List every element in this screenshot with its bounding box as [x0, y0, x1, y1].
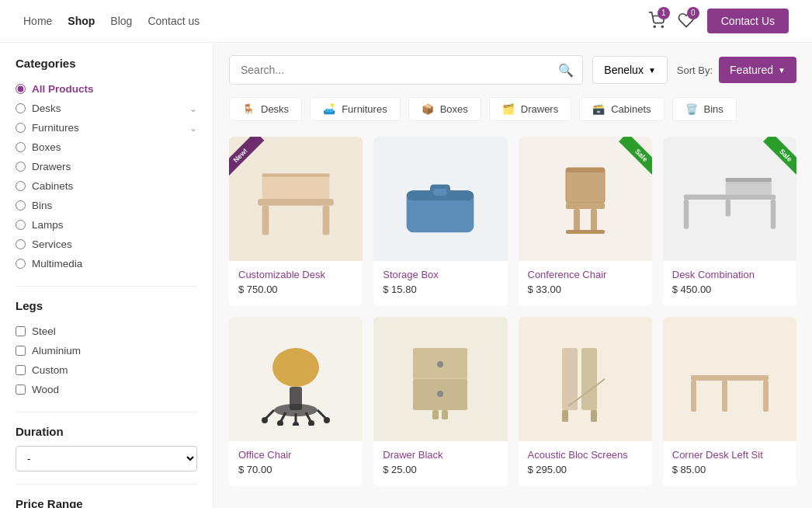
product-card[interactable]: Storage Box $ 15.80: [373, 137, 507, 306]
box-image: [390, 156, 491, 242]
new-badge: New!: [229, 137, 277, 185]
cat-desks[interactable]: Desks ⌄: [16, 99, 197, 118]
cat-services[interactable]: Services: [16, 235, 197, 254]
legs-title: Legs: [16, 299, 197, 312]
chip-drawers-icon: 🗂️: [502, 103, 515, 115]
featured-sort-button[interactable]: Featured ▼: [719, 57, 796, 83]
svg-rect-14: [574, 209, 580, 232]
chip-boxes[interactable]: 📦 Boxes: [408, 97, 481, 121]
cat-boxes-label: Boxes: [32, 141, 61, 153]
sort-label: Sort By:: [677, 64, 713, 76]
svg-rect-11: [566, 168, 605, 203]
nav-icons: 1 0 Contact Us: [648, 9, 789, 33]
product-card[interactable]: Acoustic Bloc Screens $ 295.00: [519, 317, 652, 486]
product-info: Office Chair $ 70.00: [229, 441, 363, 486]
cat-bins[interactable]: Bins: [16, 196, 197, 215]
search-sort-row: 🔍 Benelux ▼ Sort By: Featured ▼: [229, 55, 796, 85]
categories-title: Categories: [16, 57, 197, 70]
chip-cabinets-icon: 🗃️: [592, 103, 605, 115]
cat-services-label: Services: [32, 238, 72, 250]
nav-contact[interactable]: Contact us: [147, 15, 200, 27]
svg-rect-42: [432, 410, 439, 419]
chip-bins[interactable]: 🗑️ Bins: [672, 97, 737, 121]
svg-rect-49: [691, 375, 769, 381]
cat-drawers[interactable]: Drawers: [16, 157, 197, 176]
chip-furnitures[interactable]: 🛋️ Furnitures: [310, 97, 401, 121]
product-card[interactable]: Sale Conference Chair $ 33.00: [519, 137, 652, 306]
leg-steel[interactable]: Steel: [16, 322, 197, 341]
leg-aluminium[interactable]: Aluminium: [16, 341, 197, 360]
chip-furnitures-icon: 🛋️: [323, 103, 335, 115]
leg-aluminium-label: Aluminium: [32, 345, 81, 357]
cat-desks-label: Desks: [32, 103, 189, 114]
nav-home[interactable]: Home: [23, 15, 52, 27]
product-info: Drawer Black $ 25.00: [373, 441, 507, 486]
search-wrap: 🔍: [229, 55, 583, 85]
svg-rect-45: [581, 348, 597, 410]
chevron-down-featured-icon: ▼: [778, 66, 786, 75]
corner-desk-image: [679, 336, 780, 422]
cat-bins-label: Bins: [32, 200, 52, 211]
nav-blog[interactable]: Blog: [110, 15, 132, 27]
svg-point-35: [308, 420, 314, 426]
chip-drawers[interactable]: 🗂️ Drawers: [489, 97, 571, 121]
sort-wrap: Sort By: Featured ▼: [677, 57, 796, 83]
navbar: Home Shop Blog Contact us 1 0 Contact Us: [0, 0, 812, 43]
nav-shop[interactable]: Shop: [68, 15, 95, 27]
product-info: Corner Desk Left Sit $ 85.00: [663, 441, 796, 486]
product-card[interactable]: Sale Desk Combination $ 450.00: [663, 137, 796, 306]
chip-bins-label: Bins: [704, 103, 724, 115]
product-info: Storage Box $ 15.80: [373, 261, 507, 306]
duration-select[interactable]: -: [16, 446, 197, 471]
cat-all-products[interactable]: All Products: [16, 79, 197, 99]
product-card[interactable]: Drawer Black $ 25.00: [373, 317, 507, 486]
product-price: $ 25.00: [383, 464, 498, 475]
product-card[interactable]: New! Customizable Desk $ 750.00: [229, 137, 363, 306]
chip-furnitures-label: Furnitures: [342, 103, 387, 115]
product-price: $ 70.00: [238, 464, 353, 475]
product-image-wrap: [373, 317, 507, 441]
product-card[interactable]: Office Chair $ 70.00: [229, 317, 363, 486]
contact-us-button[interactable]: Contact Us: [707, 9, 789, 33]
benelux-button[interactable]: Benelux ▼: [592, 56, 668, 84]
leg-custom-label: Custom: [32, 364, 68, 376]
product-info: Desk Combination $ 450.00: [663, 261, 796, 306]
cat-cabinets[interactable]: Cabinets: [16, 176, 197, 196]
product-price: $ 33.00: [528, 284, 643, 295]
product-price: $ 450.00: [672, 284, 787, 295]
cat-all-label: All Products: [32, 83, 94, 95]
leg-custom[interactable]: Custom: [16, 360, 197, 380]
cat-drawers-label: Drawers: [32, 161, 71, 172]
cat-lamps[interactable]: Lamps: [16, 215, 197, 235]
chip-desks[interactable]: 🪑 Desks: [229, 97, 302, 121]
svg-rect-46: [562, 410, 568, 422]
screen-image: [539, 332, 632, 426]
cat-furnitures[interactable]: Furnitures ⌄: [16, 118, 197, 137]
product-price: $ 85.00: [672, 464, 787, 475]
svg-rect-19: [771, 200, 776, 229]
search-input[interactable]: [229, 55, 583, 85]
svg-rect-16: [566, 230, 605, 234]
product-image-wrap: Sale: [663, 137, 796, 261]
wishlist-icon-wrap[interactable]: 0: [678, 12, 695, 31]
product-name: Drawer Black: [383, 449, 498, 461]
svg-rect-50: [691, 381, 696, 412]
product-name: Customizable Desk: [238, 269, 353, 280]
chip-cabinets[interactable]: 🗃️ Cabinets: [579, 97, 664, 121]
leg-wood[interactable]: Wood: [16, 380, 197, 399]
search-icon: 🔍: [558, 63, 574, 78]
wishlist-badge: 0: [687, 7, 699, 19]
cat-lamps-label: Lamps: [32, 219, 64, 231]
cat-multimedia[interactable]: Multimedia: [16, 254, 197, 273]
cart-icon-wrap[interactable]: 1: [648, 12, 665, 31]
svg-rect-51: [763, 381, 769, 412]
svg-rect-43: [442, 410, 448, 419]
cat-boxes[interactable]: Boxes: [16, 137, 197, 157]
product-card[interactable]: Corner Desk Left Sit $ 85.00: [663, 317, 796, 486]
product-image-wrap: Sale: [519, 137, 652, 261]
chip-bins-icon: 🗑️: [685, 103, 698, 115]
categories-section: Categories All Products Desks ⌄ Furnitur…: [16, 57, 197, 273]
featured-label: Featured: [730, 64, 773, 76]
svg-rect-47: [591, 410, 597, 422]
price-range-section: Price Range $ 12.00 $ 4,000.00: [16, 497, 197, 508]
